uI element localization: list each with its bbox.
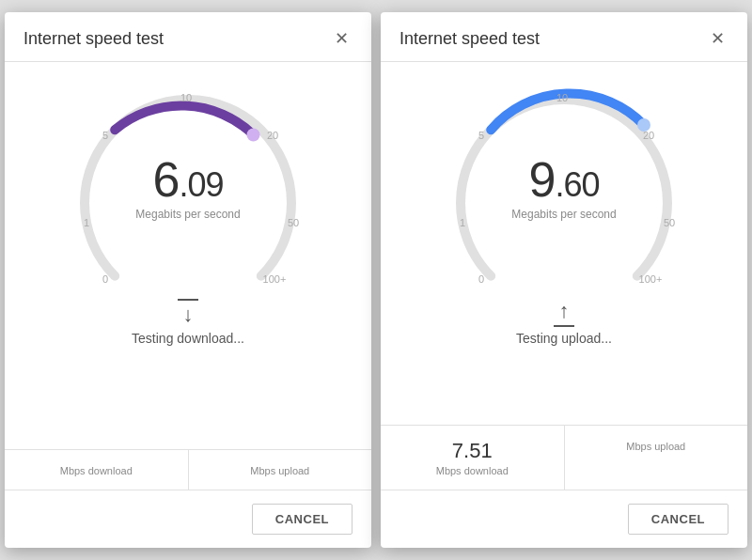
stat-download-2: 7.51 Mbps download [381, 426, 565, 490]
test-status-1: ↓ Testing download... [132, 299, 244, 346]
download-label-1: Mbps download [5, 465, 188, 476]
gauge-label-50-1: 50 [288, 217, 299, 228]
gauge-label-5-1: 5 [102, 130, 108, 141]
dialog-footer-2: CANCEL [381, 490, 747, 548]
cancel-button-1[interactable]: CANCEL [252, 504, 352, 535]
test-status-2: ↑ Testing upload... [516, 299, 612, 346]
dialog-upload: Internet speed test ✕ 0 1 5 10 20 50 10 [381, 12, 747, 548]
dialog-footer-1: CANCEL [5, 490, 371, 548]
gauge-label-20-1: 20 [267, 130, 278, 141]
stat-upload-1: Mbps upload [189, 450, 372, 490]
stat-upload-2: Mbps upload [565, 426, 748, 490]
gauge-center-2: 9.60 Megabits per second [511, 155, 616, 221]
gauge-label-1-1: 1 [84, 217, 89, 228]
dialog-body-1: 0 1 5 10 20 50 100+ 6.09 Megabits per se… [5, 62, 371, 490]
status-text-1: Testing download... [132, 331, 244, 346]
gauge-container-1: 0 1 5 10 20 50 100+ 6.09 Megabits per se… [47, 81, 329, 288]
gauge-label-1-2: 1 [460, 217, 465, 228]
gauge-container-2: 0 1 5 10 20 50 100+ 9.60 Megabits per se… [423, 81, 705, 288]
stats-bar-2: 7.51 Mbps download Mbps upload [381, 425, 747, 490]
close-button-1[interactable]: ✕ [330, 27, 352, 50]
gauge-label-100-1: 100+ [263, 273, 287, 285]
upload-icon-2: ↑ [554, 299, 574, 327]
gauge-label-5-2: 5 [478, 130, 484, 141]
upload-label-2: Mbps upload [565, 441, 748, 452]
upload-label-1: Mbps upload [189, 465, 372, 476]
gauge-dot-1 [247, 129, 260, 142]
gauge-label-0-2: 0 [478, 273, 484, 285]
dialog-header-2: Internet speed test ✕ [381, 12, 747, 62]
speed-decimal-1: .09 [179, 165, 223, 204]
speed-value-1: 6.09 [135, 155, 240, 204]
status-text-2: Testing upload... [516, 331, 612, 346]
gauge-label-50-2: 50 [664, 217, 675, 228]
dialog-separator [371, 12, 381, 548]
stats-bar-1: Mbps download Mbps upload [5, 449, 371, 490]
cancel-button-2[interactable]: CANCEL [628, 504, 728, 535]
dialog-title-1: Internet speed test [24, 29, 164, 49]
gauge-label-10-2: 10 [556, 92, 568, 103]
download-value-2: 7.51 [381, 439, 564, 463]
dialog-title-2: Internet speed test [400, 29, 540, 49]
dialog-download: Internet speed test ✕ 0 [5, 12, 371, 548]
gauge-label-10-1: 10 [180, 92, 192, 103]
speed-unit-1: Megabits per second [135, 208, 240, 221]
speed-integer-1: 6 [153, 152, 180, 207]
dialog-header-1: Internet speed test ✕ [5, 12, 371, 62]
gauge-center-1: 6.09 Megabits per second [135, 155, 240, 221]
speed-unit-2: Megabits per second [511, 208, 616, 221]
stat-download-1: Mbps download [5, 450, 189, 490]
dialog-body-2: 0 1 5 10 20 50 100+ 9.60 Megabits per se… [381, 62, 747, 490]
gauge-label-100-2: 100+ [639, 273, 663, 285]
gauge-label-20-2: 20 [643, 130, 654, 141]
gauge-label-0-1: 0 [102, 273, 108, 285]
speed-value-2: 9.60 [511, 155, 616, 204]
download-label-2: Mbps download [381, 465, 564, 476]
close-button-2[interactable]: ✕ [706, 27, 728, 50]
speed-integer-2: 9 [529, 152, 556, 207]
download-icon-1: ↓ [178, 299, 198, 327]
speed-decimal-2: .60 [555, 165, 599, 204]
